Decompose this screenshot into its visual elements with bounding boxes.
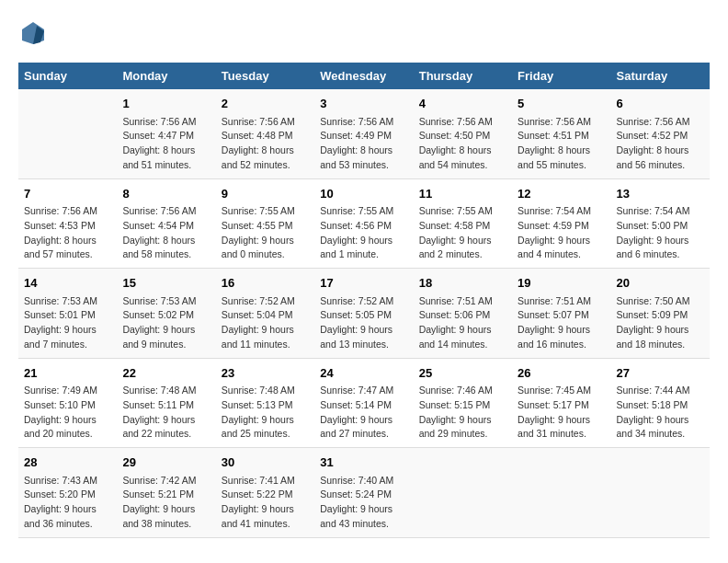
day-cell: 9Sunrise: 7:55 AMSunset: 4:55 PMDaylight… bbox=[216, 178, 314, 269]
week-row-1: 7Sunrise: 7:56 AMSunset: 4:53 PMDaylight… bbox=[18, 178, 710, 269]
day-cell: 6Sunrise: 7:56 AMSunset: 4:52 PMDaylight… bbox=[611, 89, 710, 178]
week-row-4: 28Sunrise: 7:43 AMSunset: 5:20 PMDayligh… bbox=[18, 448, 710, 538]
page-header bbox=[18, 18, 710, 48]
day-cell bbox=[611, 448, 710, 538]
day-info: Sunrise: 7:53 AMSunset: 5:01 PMDaylight:… bbox=[24, 294, 111, 352]
day-info: Sunrise: 7:56 AMSunset: 4:49 PMDaylight:… bbox=[320, 115, 407, 173]
day-info: Sunrise: 7:40 AMSunset: 5:24 PMDaylight:… bbox=[320, 474, 407, 532]
day-info: Sunrise: 7:47 AMSunset: 5:14 PMDaylight:… bbox=[320, 384, 407, 442]
day-info: Sunrise: 7:56 AMSunset: 4:54 PMDaylight:… bbox=[122, 204, 210, 262]
day-cell: 29Sunrise: 7:42 AMSunset: 5:21 PMDayligh… bbox=[117, 448, 215, 538]
day-info: Sunrise: 7:53 AMSunset: 5:02 PMDaylight:… bbox=[122, 294, 210, 352]
day-number: 23 bbox=[222, 364, 309, 383]
day-cell: 24Sunrise: 7:47 AMSunset: 5:14 PMDayligh… bbox=[314, 358, 413, 448]
day-info: Sunrise: 7:48 AMSunset: 5:13 PMDaylight:… bbox=[222, 384, 309, 442]
day-cell: 22Sunrise: 7:48 AMSunset: 5:11 PMDayligh… bbox=[117, 358, 215, 448]
header-cell-sunday: Sunday bbox=[18, 63, 117, 89]
day-number: 27 bbox=[617, 364, 704, 383]
day-cell: 10Sunrise: 7:55 AMSunset: 4:56 PMDayligh… bbox=[314, 178, 413, 269]
header-cell-tuesday: Tuesday bbox=[216, 63, 314, 89]
day-cell: 15Sunrise: 7:53 AMSunset: 5:02 PMDayligh… bbox=[117, 269, 215, 359]
day-info: Sunrise: 7:52 AMSunset: 5:04 PMDaylight:… bbox=[222, 294, 309, 352]
day-number: 22 bbox=[122, 364, 210, 383]
day-cell: 30Sunrise: 7:41 AMSunset: 5:22 PMDayligh… bbox=[216, 448, 314, 538]
header-cell-wednesday: Wednesday bbox=[314, 63, 413, 89]
day-info: Sunrise: 7:55 AMSunset: 4:56 PMDaylight:… bbox=[320, 204, 407, 262]
day-cell: 27Sunrise: 7:44 AMSunset: 5:18 PMDayligh… bbox=[611, 358, 710, 448]
day-info: Sunrise: 7:42 AMSunset: 5:21 PMDaylight:… bbox=[122, 474, 210, 532]
day-number: 18 bbox=[419, 274, 506, 293]
day-cell: 21Sunrise: 7:49 AMSunset: 5:10 PMDayligh… bbox=[18, 358, 117, 448]
day-cell: 11Sunrise: 7:55 AMSunset: 4:58 PMDayligh… bbox=[414, 178, 512, 269]
day-cell: 5Sunrise: 7:56 AMSunset: 4:51 PMDaylight… bbox=[512, 89, 610, 178]
day-info: Sunrise: 7:55 AMSunset: 4:58 PMDaylight:… bbox=[419, 204, 506, 262]
logo-icon bbox=[18, 18, 48, 48]
day-number: 7 bbox=[24, 185, 111, 203]
day-number: 10 bbox=[320, 185, 407, 203]
day-number: 2 bbox=[222, 95, 309, 113]
day-info: Sunrise: 7:56 AMSunset: 4:47 PMDaylight:… bbox=[122, 115, 210, 173]
week-row-0: 1Sunrise: 7:56 AMSunset: 4:47 PMDaylight… bbox=[18, 89, 710, 178]
header-row: SundayMondayTuesdayWednesdayThursdayFrid… bbox=[18, 63, 710, 89]
calendar-table: SundayMondayTuesdayWednesdayThursdayFrid… bbox=[18, 63, 710, 538]
header-cell-thursday: Thursday bbox=[414, 63, 512, 89]
day-cell: 19Sunrise: 7:51 AMSunset: 5:07 PMDayligh… bbox=[512, 269, 610, 359]
day-cell bbox=[18, 89, 117, 178]
header-cell-monday: Monday bbox=[117, 63, 215, 89]
day-cell: 16Sunrise: 7:52 AMSunset: 5:04 PMDayligh… bbox=[216, 269, 314, 359]
day-cell bbox=[512, 448, 610, 538]
day-number: 24 bbox=[320, 364, 407, 383]
day-cell: 28Sunrise: 7:43 AMSunset: 5:20 PMDayligh… bbox=[18, 448, 117, 538]
day-info: Sunrise: 7:54 AMSunset: 4:59 PMDaylight:… bbox=[518, 204, 605, 262]
day-number: 28 bbox=[24, 454, 111, 472]
day-number: 1 bbox=[122, 95, 210, 113]
day-number: 3 bbox=[320, 95, 407, 113]
day-cell: 26Sunrise: 7:45 AMSunset: 5:17 PMDayligh… bbox=[512, 358, 610, 448]
day-cell: 7Sunrise: 7:56 AMSunset: 4:53 PMDaylight… bbox=[18, 178, 117, 269]
day-info: Sunrise: 7:51 AMSunset: 5:07 PMDaylight:… bbox=[518, 294, 605, 352]
day-number: 4 bbox=[419, 95, 506, 113]
day-number: 14 bbox=[24, 274, 111, 293]
day-number: 29 bbox=[122, 454, 210, 472]
day-info: Sunrise: 7:44 AMSunset: 5:18 PMDaylight:… bbox=[617, 384, 704, 442]
day-cell: 31Sunrise: 7:40 AMSunset: 5:24 PMDayligh… bbox=[314, 448, 413, 538]
week-row-3: 21Sunrise: 7:49 AMSunset: 5:10 PMDayligh… bbox=[18, 358, 710, 448]
day-info: Sunrise: 7:50 AMSunset: 5:09 PMDaylight:… bbox=[617, 294, 704, 352]
day-number: 12 bbox=[518, 185, 605, 203]
day-info: Sunrise: 7:41 AMSunset: 5:22 PMDaylight:… bbox=[222, 474, 309, 532]
day-info: Sunrise: 7:45 AMSunset: 5:17 PMDaylight:… bbox=[518, 384, 605, 442]
header-cell-friday: Friday bbox=[512, 63, 610, 89]
day-info: Sunrise: 7:51 AMSunset: 5:06 PMDaylight:… bbox=[419, 294, 506, 352]
day-cell: 12Sunrise: 7:54 AMSunset: 4:59 PMDayligh… bbox=[512, 178, 610, 269]
day-number: 25 bbox=[419, 364, 506, 383]
day-info: Sunrise: 7:52 AMSunset: 5:05 PMDaylight:… bbox=[320, 294, 407, 352]
day-info: Sunrise: 7:56 AMSunset: 4:53 PMDaylight:… bbox=[24, 204, 111, 262]
day-number: 30 bbox=[222, 454, 309, 472]
day-cell: 4Sunrise: 7:56 AMSunset: 4:50 PMDaylight… bbox=[414, 89, 512, 178]
day-cell: 25Sunrise: 7:46 AMSunset: 5:15 PMDayligh… bbox=[414, 358, 512, 448]
day-number: 17 bbox=[320, 274, 407, 293]
day-number: 6 bbox=[617, 95, 704, 113]
day-info: Sunrise: 7:56 AMSunset: 4:52 PMDaylight:… bbox=[617, 115, 704, 173]
day-number: 31 bbox=[320, 454, 407, 472]
day-info: Sunrise: 7:48 AMSunset: 5:11 PMDaylight:… bbox=[122, 384, 210, 442]
day-number: 13 bbox=[617, 185, 704, 203]
day-cell: 3Sunrise: 7:56 AMSunset: 4:49 PMDaylight… bbox=[314, 89, 413, 178]
day-info: Sunrise: 7:55 AMSunset: 4:55 PMDaylight:… bbox=[222, 204, 309, 262]
day-cell: 1Sunrise: 7:56 AMSunset: 4:47 PMDaylight… bbox=[117, 89, 215, 178]
day-number: 20 bbox=[617, 274, 704, 293]
day-info: Sunrise: 7:54 AMSunset: 5:00 PMDaylight:… bbox=[617, 204, 704, 262]
day-number: 21 bbox=[24, 364, 111, 383]
day-info: Sunrise: 7:43 AMSunset: 5:20 PMDaylight:… bbox=[24, 474, 111, 532]
day-number: 8 bbox=[122, 185, 210, 203]
day-info: Sunrise: 7:56 AMSunset: 4:50 PMDaylight:… bbox=[419, 115, 506, 173]
day-number: 19 bbox=[518, 274, 605, 293]
logo bbox=[18, 18, 50, 48]
day-cell: 23Sunrise: 7:48 AMSunset: 5:13 PMDayligh… bbox=[216, 358, 314, 448]
day-number: 11 bbox=[419, 185, 506, 203]
day-info: Sunrise: 7:46 AMSunset: 5:15 PMDaylight:… bbox=[419, 384, 506, 442]
day-cell: 17Sunrise: 7:52 AMSunset: 5:05 PMDayligh… bbox=[314, 269, 413, 359]
day-cell: 8Sunrise: 7:56 AMSunset: 4:54 PMDaylight… bbox=[117, 178, 215, 269]
day-cell: 20Sunrise: 7:50 AMSunset: 5:09 PMDayligh… bbox=[611, 269, 710, 359]
header-cell-saturday: Saturday bbox=[611, 63, 710, 89]
